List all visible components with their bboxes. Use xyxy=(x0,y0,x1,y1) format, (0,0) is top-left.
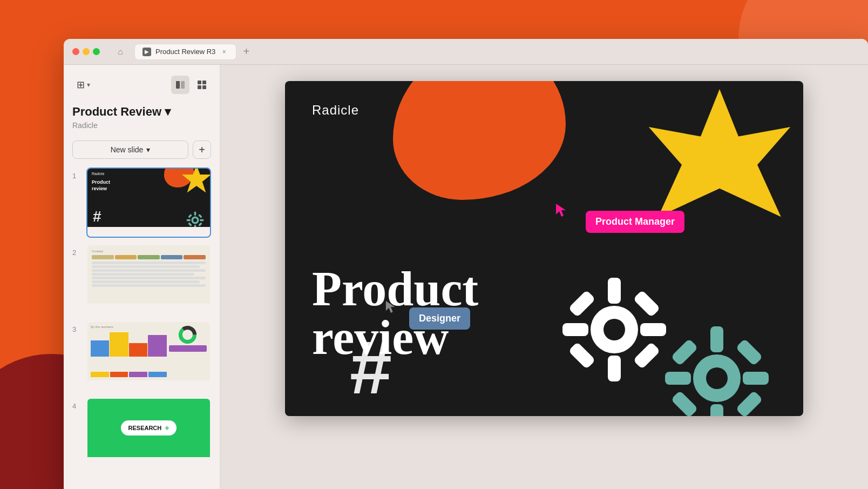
sidebar: ⊞ ▾ xyxy=(64,65,220,489)
svg-rect-10 xyxy=(194,225,196,227)
toolbar-right xyxy=(171,76,211,94)
svg-rect-23 xyxy=(562,323,588,336)
svg-rect-14 xyxy=(198,214,202,218)
svg-rect-12 xyxy=(200,219,204,222)
minimize-button[interactable] xyxy=(83,48,90,55)
slide-thumbnail[interactable]: Content xyxy=(86,244,211,314)
pink-cursor xyxy=(555,203,568,220)
grid-icon: ⊞ xyxy=(77,79,85,91)
svg-rect-13 xyxy=(188,214,192,218)
chevron-down-icon: ▾ xyxy=(87,81,90,89)
svg-rect-26 xyxy=(633,290,661,318)
slide-radicle-text: Radicle xyxy=(312,103,359,118)
browser-content: ⊞ ▾ xyxy=(64,65,868,489)
svg-point-20 xyxy=(603,319,625,340)
new-tab-button[interactable]: + xyxy=(239,44,254,59)
slide-thumbnail[interactable]: RESEARCH + xyxy=(86,398,211,468)
teal-gear-decoration xyxy=(657,324,776,416)
svg-rect-4 xyxy=(198,85,201,89)
svg-rect-25 xyxy=(568,290,596,318)
list-view-button[interactable] xyxy=(171,76,189,94)
title-chevron-icon: ▾ xyxy=(165,105,171,119)
slide-item[interactable]: 2 Content xyxy=(72,244,211,314)
svg-rect-16 xyxy=(198,222,202,226)
svg-rect-22 xyxy=(608,356,621,381)
hashtag-decoration: # xyxy=(350,330,447,416)
slide-item[interactable]: 1 # xyxy=(72,168,211,238)
research-label: RESEARCH xyxy=(128,425,162,431)
product-manager-badge: Product Manager xyxy=(586,211,684,233)
toolbar-left: ⊞ ▾ xyxy=(72,76,94,94)
slide-number: 3 xyxy=(72,325,81,333)
browser-chrome: ⌂ ▶ Product Review R3 × + xyxy=(64,39,868,65)
svg-rect-21 xyxy=(608,278,621,304)
orange-blob-decoration xyxy=(393,81,566,200)
svg-rect-36 xyxy=(736,339,763,366)
svg-rect-37 xyxy=(671,391,699,416)
tab-bar: ▶ Product Review R3 × + xyxy=(134,44,859,60)
home-button[interactable]: ⌂ xyxy=(113,44,128,59)
svg-rect-31 xyxy=(710,326,723,352)
svg-rect-28 xyxy=(633,342,661,370)
svg-marker-40 xyxy=(386,301,395,313)
new-slide-bar: New slide ▾ + xyxy=(72,140,211,159)
tab-presentation-icon: ▶ xyxy=(143,48,151,56)
gray-cursor xyxy=(385,300,397,316)
svg-rect-9 xyxy=(194,212,196,216)
slide-number: 4 xyxy=(72,402,81,410)
grid-icon-button[interactable]: ⊞ ▾ xyxy=(72,76,94,94)
svg-rect-2 xyxy=(198,81,201,84)
slide-number: 1 xyxy=(72,172,81,180)
active-tab[interactable]: ▶ Product Review R3 × xyxy=(134,44,236,60)
main-canvas[interactable]: Radicle Product review # xyxy=(220,65,868,489)
white-gear-decoration xyxy=(560,276,668,384)
slide-canvas: Radicle Product review # xyxy=(285,81,803,416)
svg-rect-33 xyxy=(665,372,691,385)
svg-point-8 xyxy=(193,218,197,222)
slide-number: 2 xyxy=(72,249,81,257)
traffic-lights xyxy=(72,48,100,55)
add-slide-button[interactable]: + xyxy=(193,140,211,159)
tab-title: Product Review R3 xyxy=(155,48,215,56)
sidebar-toolbar: ⊞ ▾ xyxy=(72,76,211,94)
tab-close-button[interactable]: × xyxy=(220,48,228,56)
grid-view-button[interactable] xyxy=(193,76,211,94)
close-button[interactable] xyxy=(72,48,79,55)
svg-rect-38 xyxy=(736,391,763,416)
maximize-button[interactable] xyxy=(93,48,100,55)
slide-item[interactable]: 3 By the numbers xyxy=(72,321,211,391)
svg-rect-32 xyxy=(710,404,723,416)
svg-rect-27 xyxy=(568,342,596,370)
sidebar-title-area: Product Review ▾ Radicle xyxy=(72,105,211,130)
svg-rect-35 xyxy=(671,339,699,366)
svg-rect-11 xyxy=(187,219,191,222)
slide-list: 1 # xyxy=(72,168,211,468)
svg-rect-3 xyxy=(202,81,206,84)
thumb-radicle-text: Radicle xyxy=(92,172,104,176)
presentation-subtitle: Radicle xyxy=(72,121,211,130)
svg-rect-5 xyxy=(202,85,206,89)
svg-rect-34 xyxy=(743,372,769,385)
slide-thumbnail[interactable]: By the numbers xyxy=(86,321,211,391)
new-slide-chevron-icon: ▾ xyxy=(146,145,150,154)
svg-point-30 xyxy=(706,367,728,389)
thumb-slide-title: Productreview xyxy=(92,179,206,192)
designer-badge: Designer xyxy=(409,307,470,330)
svg-rect-1 xyxy=(181,81,185,89)
yellow-star-decoration xyxy=(625,81,803,297)
svg-rect-15 xyxy=(188,222,192,226)
presentation-title[interactable]: Product Review ▾ xyxy=(72,105,211,119)
new-slide-button[interactable]: New slide ▾ xyxy=(72,140,188,159)
slide-thumbnail[interactable]: # xyxy=(86,168,211,238)
svg-marker-39 xyxy=(556,204,566,217)
svg-rect-0 xyxy=(176,81,180,89)
browser-window: ⌂ ▶ Product Review R3 × + ⊞ ▾ xyxy=(64,39,868,489)
slide-item[interactable]: 4 RESEARCH + xyxy=(72,398,211,468)
